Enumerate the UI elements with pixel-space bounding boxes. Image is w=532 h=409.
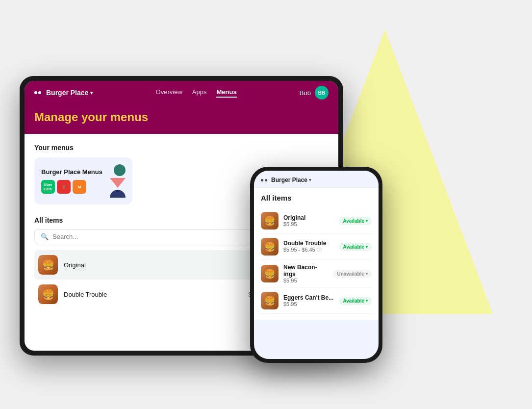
phone-header: Burger Place ▾: [254, 171, 379, 188]
list-item[interactable]: 🍔 New Bacon-ings $5.95 Unavailable ▾: [261, 260, 372, 288]
phone-item-info-0: Original $5.95: [283, 214, 334, 227]
status-label-3: Available: [343, 298, 364, 304]
phone-brand-name: Burger Place: [271, 177, 307, 183]
phone-item-name-1: Double Trouble: [283, 240, 334, 247]
menulog-badge: M: [73, 180, 86, 194]
phone-item-price-0: $5.95: [283, 221, 334, 227]
shape-semicircle-decoration: [110, 190, 126, 198]
tablet-page-title: Manage your menus: [34, 110, 329, 124]
item-thumbnail-1: 🍔: [38, 284, 58, 304]
status-badge-3[interactable]: Available ▾: [339, 297, 372, 305]
status-label-1: Available: [343, 244, 364, 250]
list-item[interactable]: 🍔 Eggers Can't Be... $5.95 Available ▾: [261, 288, 372, 314]
tablet-brand-name: Burger Place: [46, 89, 88, 97]
menu-card-info: Burger Place Menus UberEats 🚪 M: [41, 168, 102, 194]
phone-item-price-2: $5.95: [283, 278, 328, 283]
tablet-title-area: Manage your menus: [25, 104, 338, 134]
uber-eats-badge: UberEats: [41, 180, 55, 194]
phone-device: Burger Place ▾ All items 🍔 Original $5.9…: [250, 167, 382, 363]
menu-card-platform-icons: UberEats 🚪 M: [41, 180, 102, 194]
phone-item-thumb-0: 🍔: [261, 212, 279, 230]
menu-card[interactable]: Burger Place Menus UberEats 🚪 M: [34, 157, 132, 204]
status-chevron-1: ▾: [366, 245, 368, 249]
doordash-label: 🚪: [61, 185, 66, 189]
uber-eats-label: UberEats: [44, 182, 52, 191]
item-name-0: Original: [64, 261, 277, 269]
status-label-2: Unavailable: [337, 271, 364, 277]
list-item[interactable]: 🍔 Original $5.95 Available ▾: [261, 208, 372, 234]
phone-item-thumb-3: 🍔: [261, 292, 279, 309]
tablet-nav-menus[interactable]: Menus: [216, 88, 236, 98]
phone-logo-icon: [261, 179, 267, 181]
menu-card-name: Burger Place Menus: [41, 168, 102, 177]
phone-item-price-3: $5.95: [283, 301, 334, 307]
item-thumbnail-0: 🍔: [38, 255, 58, 275]
tablet-user-name: Bob: [300, 89, 311, 97]
phone-brand-chevron-icon: ▾: [309, 178, 311, 182]
tablet-brand-selector[interactable]: Burger Place ▾: [46, 89, 93, 97]
phone-item-thumb-1: 🍔: [261, 238, 279, 256]
phone-item-price-1: $5.95 - $6.45 ⓘ: [283, 247, 334, 254]
status-badge-1[interactable]: Available ▾: [339, 243, 372, 251]
phone-item-name-3: Eggers Can't Be...: [283, 294, 334, 301]
tablet-user-area: Bob BB: [300, 86, 329, 100]
burger-image-1: 🍔: [38, 284, 58, 304]
menulog-label: M: [78, 185, 81, 189]
status-chevron-0: ▾: [366, 219, 368, 223]
tablet-nav-overview[interactable]: Overview: [156, 88, 182, 98]
search-icon: 🔍: [41, 233, 49, 240]
phone-item-name-2: New Bacon-ings: [283, 264, 328, 278]
status-chevron-2: ▾: [366, 272, 368, 276]
doordash-badge: 🚪: [57, 180, 71, 194]
phone-screen: Burger Place ▾ All items 🍔 Original $5.9…: [254, 171, 379, 359]
your-menus-label: Your menus: [34, 144, 329, 152]
status-label-0: Available: [343, 218, 364, 224]
phone-info-icon-1: ⓘ: [317, 247, 322, 253]
phone-item-name-0: Original: [283, 214, 334, 221]
phone-item-info-3: Eggers Can't Be... $5.95: [283, 294, 334, 307]
item-name-1: Double Trouble: [64, 291, 243, 298]
tablet-user-avatar: BB: [315, 86, 329, 100]
phone-brand-selector[interactable]: Burger Place ▾: [271, 177, 311, 183]
phone-item-info-1: Double Trouble $5.95 - $6.45 ⓘ: [283, 240, 334, 254]
phone-item-info-2: New Bacon-ings $5.95: [283, 264, 328, 283]
tablet-header: Burger Place ▾ Overview Apps Menus Bob B…: [25, 81, 338, 104]
status-badge-0[interactable]: Available ▾: [339, 217, 372, 225]
tablet-nav-apps[interactable]: Apps: [192, 88, 207, 98]
phone-content: All items 🍔 Original $5.95 Available ▾ 🍔…: [254, 188, 379, 320]
list-item[interactable]: 🍔 Double Trouble $5.95 - $6.45 ⓘ Availab…: [261, 234, 372, 260]
status-badge-2[interactable]: Unavailable ▾: [333, 270, 372, 278]
shape-triangle-decoration: [110, 178, 126, 188]
phone-item-thumb-2: 🍔: [261, 265, 279, 282]
tablet-logo-icon: [34, 91, 41, 94]
tablet-user-initials: BB: [318, 90, 325, 96]
burger-image-0: 🍔: [38, 255, 58, 275]
status-chevron-3: ▾: [366, 299, 368, 303]
menu-card-shapes: [110, 164, 126, 198]
tablet-nav: Overview Apps Menus: [156, 88, 237, 98]
tablet-brand-chevron-icon: ▾: [90, 90, 93, 96]
shape-circle-decoration: [114, 164, 126, 176]
phone-all-items-title: All items: [261, 194, 372, 202]
tablet-header-left: Burger Place ▾: [34, 89, 93, 97]
